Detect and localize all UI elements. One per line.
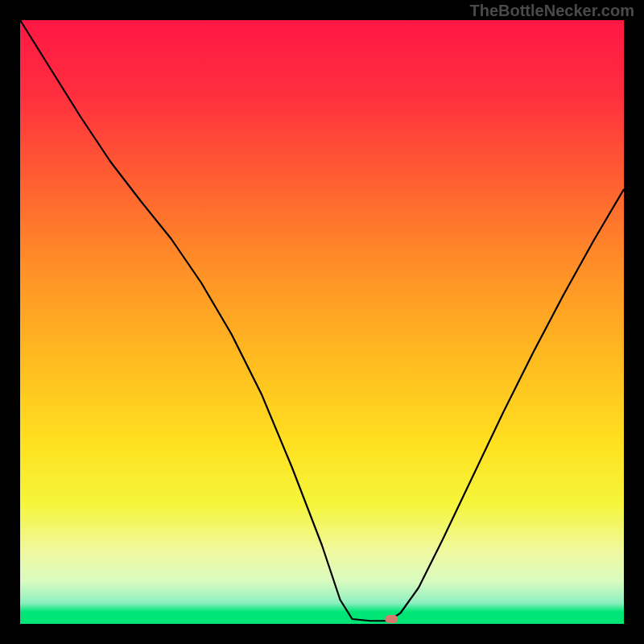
chart-container: TheBottleNecker.com (0, 0, 644, 644)
chart-svg (20, 20, 624, 624)
gradient-background (20, 20, 624, 624)
plot-area (20, 20, 624, 624)
watermark-text: TheBottleNecker.com (469, 2, 634, 20)
optimum-marker (385, 615, 398, 623)
